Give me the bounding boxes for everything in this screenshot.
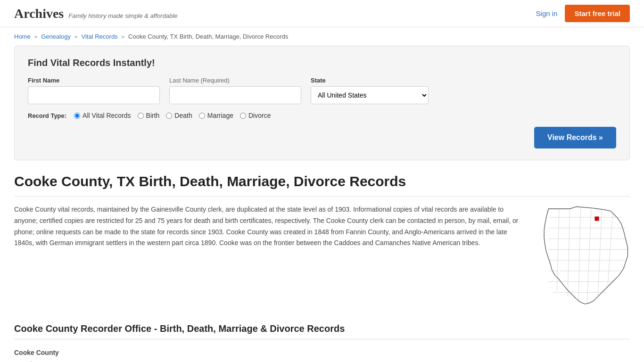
breadcrumb-sep-2: » [74, 33, 78, 40]
main-content: Find Vital Records Instantly! First Name… [0, 46, 644, 362]
radio-group: All Vital Records Birth Death Marriage D… [74, 112, 271, 119]
content-area: Cooke County vital records, maintained b… [14, 204, 630, 309]
search-box: Find Vital Records Instantly! First Name… [14, 46, 630, 160]
breadcrumb-home[interactable]: Home [14, 33, 31, 40]
radio-marriage-label: Marriage [207, 112, 233, 119]
radio-divorce-label: Divorce [248, 112, 271, 119]
header-actions: Sign in Start free trial [536, 5, 630, 22]
breadcrumb-current: Cooke County, TX Birth, Death, Marriage,… [128, 33, 288, 40]
radio-birth-label: Birth [146, 112, 160, 119]
radio-death-label: Death [174, 112, 192, 119]
radio-all-vital[interactable]: All Vital Records [74, 112, 131, 119]
last-name-label: Last Name (Required) [169, 77, 301, 84]
content-description: Cooke County vital records, maintained b… [14, 204, 521, 309]
first-name-input[interactable] [28, 86, 160, 104]
texas-map [536, 204, 630, 309]
search-fields: First Name Last Name (Required) State Al… [28, 77, 616, 104]
office-info: Cooke County Courthouse Gainesville, TX … [14, 347, 630, 362]
radio-divorce-input[interactable] [240, 113, 246, 119]
office-address1: Courthouse [14, 359, 630, 362]
first-name-label: First Name [28, 77, 160, 84]
radio-death[interactable]: Death [166, 112, 192, 119]
breadcrumb: Home » Genealogy » Vital Records » Cooke… [0, 27, 644, 46]
last-name-input[interactable] [169, 86, 301, 104]
radio-marriage-input[interactable] [199, 113, 205, 119]
record-type-row: Record Type: All Vital Records Birth Dea… [28, 112, 616, 119]
recorder-heading: Cooke County Recorder Office - Birth, De… [14, 323, 630, 339]
site-logo: Archives [14, 6, 64, 21]
texas-map-svg [536, 204, 630, 308]
state-group: State All United States [311, 77, 429, 104]
state-select[interactable]: All United States [311, 86, 429, 104]
radio-birth[interactable]: Birth [138, 112, 160, 119]
radio-birth-input[interactable] [138, 113, 144, 119]
breadcrumb-genealogy[interactable]: Genealogy [41, 33, 71, 40]
office-name: Cooke County [14, 349, 59, 356]
logo-tagline: Family history made simple & affordable [68, 12, 177, 19]
state-label: State [311, 77, 429, 84]
view-records-button[interactable]: View Records » [534, 127, 616, 148]
record-type-label: Record Type: [28, 112, 66, 119]
breadcrumb-vital-records[interactable]: Vital Records [82, 33, 118, 40]
last-name-group: Last Name (Required) [169, 77, 301, 104]
sign-in-link[interactable]: Sign in [536, 9, 558, 17]
breadcrumb-sep-3: » [121, 33, 124, 40]
radio-divorce[interactable]: Divorce [240, 112, 271, 119]
search-btn-row: View Records » [28, 127, 616, 148]
radio-all-vital-label: All Vital Records [83, 112, 131, 119]
radio-death-input[interactable] [166, 113, 172, 119]
page-header: Archives Family history made simple & af… [0, 0, 644, 27]
svg-marker-0 [544, 206, 627, 304]
logo-area: Archives Family history made simple & af… [14, 6, 177, 21]
breadcrumb-sep-1: » [34, 33, 37, 40]
start-trial-button[interactable]: Start free trial [565, 5, 630, 22]
page-heading: Cooke County, TX Birth, Death, Marriage,… [14, 173, 630, 197]
search-title: Find Vital Records Instantly! [28, 58, 616, 68]
county-marker [594, 216, 599, 221]
radio-all-vital-input[interactable] [74, 113, 80, 119]
radio-marriage[interactable]: Marriage [199, 112, 233, 119]
first-name-group: First Name [28, 77, 160, 104]
